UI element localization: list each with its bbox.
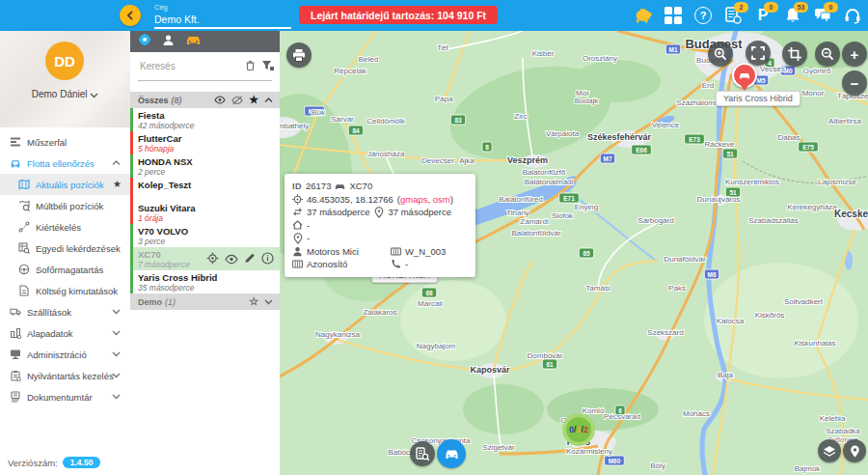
svg-text:Érd: Érd xyxy=(702,81,714,90)
sidebar-item-cost-reports[interactable]: Költség kimutatások xyxy=(0,280,130,301)
svg-text:Bóly: Bóly xyxy=(650,461,665,470)
sidebar-item-dashboard[interactable]: Műszerfal xyxy=(0,131,130,153)
group-star-outline-icon[interactable]: ☆ xyxy=(249,296,258,307)
vehicle-row-kolep-teszt[interactable]: Kolep_Teszt xyxy=(130,178,280,202)
osm-link[interactable]: osm xyxy=(433,194,450,205)
sidebar-item-evaluation[interactable]: Kiértékelés xyxy=(0,216,130,238)
user-menu[interactable]: Demo Dániel xyxy=(0,89,130,99)
vehicle-marker-yaris[interactable] xyxy=(732,63,757,88)
document-sync-icon[interactable]: 2 xyxy=(722,5,744,26)
sidebar-item-fleet-monitoring[interactable]: Flotta ellenőrzés xyxy=(0,153,130,174)
svg-text:M6: M6 xyxy=(707,271,716,278)
clear-search-icon[interactable] xyxy=(245,58,256,75)
svg-text:61: 61 xyxy=(546,361,554,368)
sidebar-item-shipments[interactable]: Szállítások xyxy=(0,301,130,322)
search-input[interactable] xyxy=(138,60,238,72)
info-icon[interactable] xyxy=(261,252,274,265)
sidebar-menu: Műszerfal Flotta ellenőrzés Aktuális poz… xyxy=(0,131,130,407)
hub-mode-icon[interactable] xyxy=(138,33,151,50)
svg-text:Soltvadkert: Soltvadkert xyxy=(784,297,824,306)
svg-text:Oroszlány: Oroszlány xyxy=(583,54,617,63)
phone-value: - xyxy=(405,259,408,269)
support-headset-icon[interactable] xyxy=(842,5,863,26)
company-selector[interactable]: Cég Demo Kft. xyxy=(154,3,291,25)
svg-text:Nagykanizsa: Nagykanizsa xyxy=(315,330,360,339)
sidebar-item-current-positions[interactable]: Aktuális pozíciók ★ xyxy=(0,174,130,195)
sidebar-item-driver-behavior[interactable]: Sofőrmagatartás xyxy=(0,259,130,280)
report-search-icon xyxy=(416,447,429,461)
group-header-all[interactable]: Összes(8) ★ xyxy=(130,92,280,108)
vehicle-row-fluttercar[interactable]: FlutterCar 5 hónapja xyxy=(130,131,280,155)
sidebar-item-past-positions[interactable]: Múltbéli pozíciók xyxy=(0,195,130,216)
svg-text:Tét: Tét xyxy=(437,43,448,52)
zoom-out-button[interactable]: − xyxy=(842,70,867,96)
help-icon[interactable]: ? xyxy=(692,5,714,26)
chevron-down-icon xyxy=(112,373,121,378)
map-history-icon xyxy=(18,200,30,211)
svg-text:65: 65 xyxy=(583,250,590,257)
expand-group-icon[interactable] xyxy=(264,299,273,305)
search-row xyxy=(130,52,280,85)
vehicles-map-button[interactable] xyxy=(437,439,466,468)
notifications-bell-icon[interactable]: 53 xyxy=(782,5,803,26)
svg-text:Kaposvár: Kaposvár xyxy=(470,365,510,375)
svg-text:M60: M60 xyxy=(609,458,621,464)
visibility-eye-icon[interactable] xyxy=(225,253,238,265)
collapse-group-icon[interactable] xyxy=(264,98,273,103)
map-positions-icon xyxy=(18,179,30,190)
svg-text:Balatonfűzfő: Balatonfűzfő xyxy=(523,168,566,177)
drivers-mode-icon[interactable] xyxy=(162,33,175,50)
favorite-star-icon[interactable]: ★ xyxy=(113,179,122,189)
zoom-area-out-button[interactable] xyxy=(815,42,840,67)
documents-stack-icon xyxy=(10,391,21,403)
vehicle-row-xc70-selected[interactable]: XC70 7 másodperce xyxy=(130,247,280,271)
svg-text:Balatonfüred: Balatonfüred xyxy=(499,195,542,204)
group-star-icon[interactable]: ★ xyxy=(249,95,258,105)
messages-icon[interactable]: 0 xyxy=(812,5,833,26)
filter-icon[interactable] xyxy=(261,58,274,75)
sidebar-item-custom-queries[interactable]: Egyedi lekérdezések xyxy=(0,238,130,259)
layers-button[interactable] xyxy=(818,439,841,462)
center-on-map-icon[interactable] xyxy=(206,252,219,265)
overdue-debt-alert[interactable]: Lejárt határidejű tartozás: 104 910 Ft xyxy=(299,6,498,24)
sidebar-item-administration[interactable]: Adminisztráció xyxy=(0,344,130,365)
position-age: 37 másodperce xyxy=(388,207,450,217)
fullscreen-button[interactable] xyxy=(746,41,771,66)
zoom-in-button[interactable]: + xyxy=(842,42,867,67)
vehicle-row-v70-volvo[interactable]: V70 VOLVO 3 perce xyxy=(130,224,280,248)
collapse-sidebar-button[interactable] xyxy=(120,5,141,26)
reports-button[interactable] xyxy=(410,441,435,466)
svg-text:Celldömölk: Celldömölk xyxy=(366,117,406,126)
gmaps-link[interactable]: gmaps xyxy=(400,194,428,205)
vehicle-row-suzuki-vitara[interactable]: Suzuki Vitara 1 órája xyxy=(130,201,280,225)
map-area[interactable]: M86M1M0M5M7M6M608488347171E71E716865151E… xyxy=(280,31,868,475)
vehicle-row-fiesta[interactable]: Fiesta 42 másodperce xyxy=(130,108,280,132)
svg-text:M5: M5 xyxy=(756,77,765,84)
show-all-eye-icon[interactable] xyxy=(214,96,226,104)
edit-pencil-icon[interactable] xyxy=(244,252,256,265)
poi-button[interactable] xyxy=(843,439,866,462)
zoom-area-in-button[interactable] xyxy=(708,42,733,67)
cluster-marker[interactable]: 0/1/2 xyxy=(564,415,593,444)
sidebar-item-base-data[interactable]: Alapadatok xyxy=(0,322,130,344)
sidebar-item-registry-management[interactable]: Nyilvántartás kezelés xyxy=(0,365,130,386)
vehicles-mode-icon[interactable] xyxy=(185,33,202,50)
monitor-icon xyxy=(10,349,21,360)
piggy-bank-icon[interactable] xyxy=(633,5,654,26)
hide-all-eye-off-icon[interactable] xyxy=(231,96,243,105)
vehicle-row-honda-nsx[interactable]: HONDA NSX 2 perce xyxy=(130,154,280,179)
dashboard-icon xyxy=(10,136,21,148)
svg-text:Tihany: Tihany xyxy=(506,209,529,217)
group-header-demo[interactable]: Demo(1) ☆ xyxy=(130,293,280,310)
crop-button[interactable] xyxy=(782,42,807,67)
vehicle-row-yaris-cross-hibrid[interactable]: Yaris Cross Hibrid 35 másodperce xyxy=(130,270,280,294)
version-badge[interactable]: 1.4.50 xyxy=(63,457,101,468)
svg-text:83: 83 xyxy=(454,117,462,124)
sidebar-item-document-library[interactable]: Dokumentumtár xyxy=(0,386,130,407)
apps-grid-icon[interactable] xyxy=(663,5,684,26)
chevron-up-icon xyxy=(112,160,121,166)
svg-text:Kiskunhalas: Kiskunhalas xyxy=(794,339,835,348)
avatar[interactable]: DD xyxy=(45,42,84,80)
parking-icon[interactable]: P 0 xyxy=(752,5,773,26)
print-button[interactable] xyxy=(286,42,312,68)
